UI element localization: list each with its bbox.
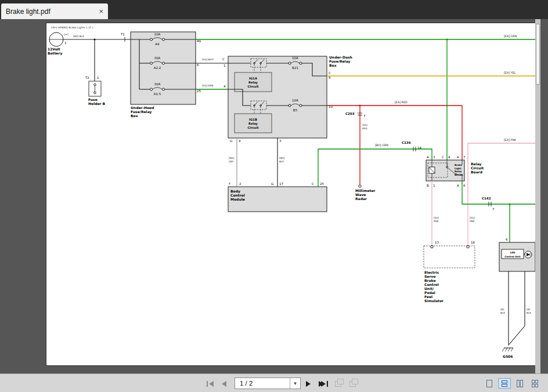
view-facing-pages-button[interactable] (513, 378, 526, 389)
next-page-button[interactable] (306, 379, 311, 389)
page-indicator[interactable]: 1 / 2 (235, 380, 290, 387)
svg-text:30A: 30A (154, 56, 161, 60)
svg-text:[EA]: [EA] (434, 216, 439, 219)
svg-text:3: 3 (433, 155, 435, 159)
svg-text:RED: RED (362, 127, 367, 130)
svg-text:Light: Light (455, 167, 462, 170)
svg-text:[EA] PNK: [EA] PNK (504, 139, 517, 141)
svg-text:BLK: BLK (527, 311, 531, 314)
svg-text:7: 7 (363, 114, 366, 118)
svg-text:4: 4 (239, 139, 241, 143)
wire-pink-feed: [EA] PNK [EA] PNK (468, 139, 535, 245)
svg-text:C: C (312, 182, 314, 186)
svg-text:T1: T1 (120, 32, 125, 36)
svg-text:G: G (271, 182, 273, 186)
svg-text:Holder B: Holder B (88, 101, 106, 106)
svg-text:Feel: Feel (424, 295, 432, 299)
svg-text:Brake: Brake (424, 278, 435, 282)
wire-yellow: [EA] YEL (327, 71, 535, 76)
svg-text:G: G (230, 139, 232, 143)
svg-text:Circuit: Circuit (247, 85, 259, 88)
single-page-view-icon (486, 380, 492, 387)
svg-text:[EA] GRN: [EA] GRN (202, 84, 213, 87)
svg-text:Relay: Relay (455, 170, 462, 173)
svg-text:Servo: Servo (424, 274, 435, 278)
svg-text:Fuse: Fuse (88, 97, 98, 101)
svg-text:Battery: Battery (48, 51, 62, 56)
svg-text:C: C (222, 57, 225, 61)
facing-pages-view-icon (517, 380, 520, 387)
close-icon[interactable]: × (95, 7, 103, 16)
svg-text:Brake: Brake (455, 164, 462, 166)
svg-text:C203: C203 (345, 112, 355, 115)
vertical-scrollbar[interactable] (535, 19, 540, 373)
grid-view-cell-1 (532, 380, 535, 383)
scrollbar-thumb[interactable] (536, 24, 540, 85)
svg-text:Electric: Electric (424, 270, 439, 274)
previous-page-button[interactable] (222, 379, 226, 389)
tab-title: Brake light.pdf (6, 8, 95, 16)
svg-text:[EA] YEL: [EA] YEL (504, 71, 516, 74)
svg-text:25: 25 (197, 89, 201, 93)
relay-circuit-board: Brake Light Relay Circuit A 3 C 4 A 7 B … (426, 155, 484, 187)
svg-text:BLK: BLK (279, 160, 284, 163)
svg-text:6: 6 (463, 184, 466, 187)
svg-text:6: 6 (197, 63, 199, 67)
tab-bar: Brake light.pdf × (0, 0, 548, 19)
view-grid-button[interactable] (528, 378, 541, 389)
copy-alt-icon-back (352, 379, 358, 384)
first-page-button[interactable] (207, 379, 214, 389)
svg-text:[BO] GRN: [BO] GRN (375, 144, 388, 147)
svg-text:30A: 30A (154, 82, 161, 86)
continuous-view-icon-top (502, 380, 507, 383)
page-number-field[interactable]: 1 / 2 ▾ (235, 378, 301, 389)
page-dropdown-button[interactable]: ▾ (290, 378, 300, 389)
copy-page-alt-button[interactable] (349, 379, 359, 387)
svg-text:Box: Box (329, 63, 337, 67)
svg-text:B5: B5 (293, 108, 298, 112)
svg-text:PNK: PNK (434, 220, 439, 223)
facing-pages-view-icon-right (520, 380, 523, 387)
svg-text:A: A (427, 155, 429, 159)
view-single-page-button[interactable] (483, 378, 496, 389)
svg-text:1: 1 (64, 41, 67, 45)
svg-text:A: A (457, 155, 459, 159)
svg-text:Radar: Radar (355, 197, 367, 201)
svg-text:Control: Control (230, 193, 245, 197)
svg-text:C142: C142 (482, 197, 491, 200)
svg-text:7: 7 (492, 208, 495, 211)
document-tab[interactable]: Brake light.pdf × (1, 3, 108, 19)
wiring-diagram: CR-V HYBRID Brake Lights 1 of 2 (+) 1 12… (46, 23, 535, 365)
electric-servo-brake-unit: 13 16 Electric Servo Brake Control Unit/… (424, 241, 475, 303)
fuse-holder-b: T2 1 Fuse Holder B (85, 39, 106, 106)
svg-text:C: C (442, 155, 444, 159)
svg-text:[B]: [B] (500, 308, 504, 311)
svg-text:(+): (+) (64, 33, 68, 36)
svg-text:BLK: BLK (500, 311, 505, 314)
document-area: CR-V HYBRID Brake Lights 1 of 2 (+) 1 12… (0, 19, 548, 373)
svg-text:17: 17 (279, 182, 283, 186)
svg-text:C: C (329, 71, 331, 75)
svg-text:A: A (457, 184, 459, 187)
chevron-down-icon: ▾ (294, 380, 297, 386)
previous-page-icon (222, 381, 226, 387)
svg-text:1: 1 (97, 76, 99, 79)
millimeter-wave-radar: Millimeter Wave Radar (355, 185, 375, 201)
svg-text:Wave: Wave (355, 193, 366, 197)
led-control-unit: 6 LED Control Unit (499, 238, 535, 271)
svg-text:10A: 10A (292, 99, 298, 102)
svg-text:6: 6 (329, 76, 331, 79)
svg-text:Relay: Relay (248, 81, 258, 85)
svg-text:Circuit: Circuit (247, 126, 259, 129)
under-dash-fuse-relay-box: Under-Dash Fuse/Relay Box 10A B21 C (228, 55, 352, 143)
svg-text:6: 6 (506, 238, 508, 241)
svg-text:T2: T2 (85, 76, 89, 79)
first-page-icon (207, 381, 208, 387)
copy-page-button[interactable] (335, 379, 345, 387)
svg-text:Box: Box (131, 114, 138, 118)
view-continuous-button[interactable] (498, 378, 511, 389)
continuous-view-icon (502, 380, 507, 387)
last-page-button[interactable] (319, 379, 328, 389)
wire-white-feed: [EA] WHT C 1 (196, 57, 228, 67)
svg-text:[BO]: [BO] (279, 157, 285, 159)
